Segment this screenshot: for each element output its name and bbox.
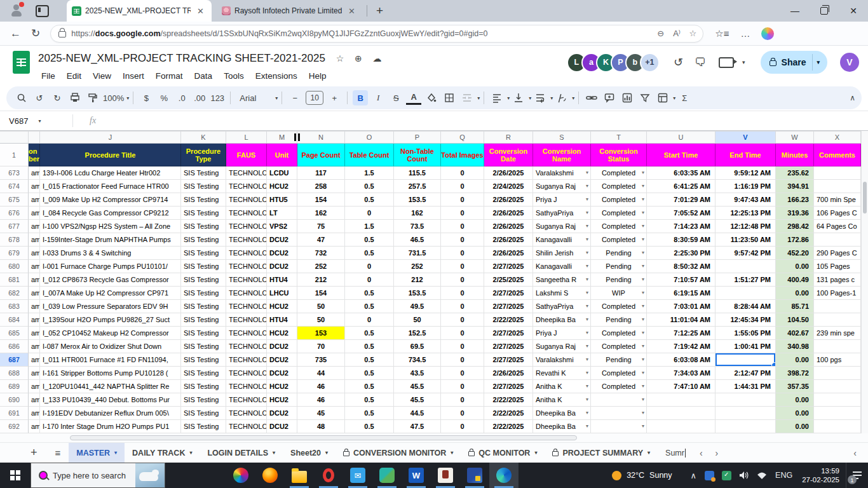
- vertical-scrollbar[interactable]: [861, 131, 868, 433]
- cell-unit[interactable]: LCDU: [267, 166, 297, 180]
- menu-view[interactable]: View: [88, 70, 116, 82]
- cell-non_table_count[interactable]: 69.5: [394, 340, 441, 353]
- cell-page_count[interactable]: 75: [297, 220, 345, 233]
- decrease-decimals-icon[interactable]: .0: [174, 90, 189, 105]
- cell-conversion_date[interactable]: 2/26/2025: [484, 367, 533, 380]
- cell-type[interactable]: SIS Testing: [181, 207, 226, 220]
- cell-type[interactable]: SIS Testing: [181, 287, 226, 300]
- menu-file[interactable]: File: [37, 70, 60, 82]
- percent-format-icon[interactable]: %: [156, 90, 172, 105]
- cell-type[interactable]: SIS Testing: [181, 380, 226, 393]
- taskbar-pinned-app-icon[interactable]: [460, 463, 489, 488]
- cell-unit[interactable]: LT: [267, 207, 297, 220]
- chevron-down-icon[interactable]: ▾: [550, 95, 553, 101]
- tabs-next-icon[interactable]: ›: [715, 448, 719, 458]
- dropdown-arrow-icon[interactable]: ▾: [642, 420, 644, 433]
- create-filter-icon[interactable]: [637, 90, 653, 105]
- cell-page_count[interactable]: 50: [297, 300, 345, 313]
- cell-page_count[interactable]: 154: [297, 287, 345, 300]
- favorites-bar-icon[interactable]: ☆≡: [715, 28, 729, 39]
- cell-title[interactable]: I-170 Inter Stage Drum H2O Pumps PU1: [40, 420, 181, 433]
- cell-end_time[interactable]: 9:57:42 PM: [715, 247, 776, 260]
- cell-stub[interactable]: am: [29, 327, 40, 340]
- cell-start_time[interactable]: 6:03:08 AM: [647, 353, 715, 367]
- cell-conversion_status[interactable]: ▾: [591, 420, 647, 433]
- cell-stub[interactable]: am: [29, 353, 40, 367]
- cell-total_images[interactable]: 0: [441, 220, 484, 233]
- row-number[interactable]: 689: [0, 380, 29, 393]
- cell-unit[interactable]: DCU2: [267, 353, 297, 367]
- cell-type[interactable]: SIS Testing: [181, 327, 226, 340]
- cell-page_count[interactable]: 47: [297, 233, 345, 247]
- cell-table_count[interactable]: 1.5: [345, 166, 394, 180]
- url-field[interactable]: https://docs.google.com/spreadsheets/d/1…: [50, 25, 703, 43]
- row-number[interactable]: 680: [0, 260, 29, 273]
- cell-conversion_name[interactable]: Suganya Raj▾: [533, 220, 591, 233]
- chevron-down-icon[interactable]: ▾: [126, 95, 129, 101]
- cell-comments[interactable]: 106 Pages C: [814, 207, 861, 220]
- cell-conversion_date[interactable]: 2/27/2025: [484, 300, 533, 313]
- dropdown-arrow-icon[interactable]: ▾: [586, 393, 588, 406]
- taskbar-idcard-app-icon[interactable]: [431, 463, 460, 488]
- dropdown-arrow-icon[interactable]: ▾: [586, 327, 588, 339]
- row-number[interactable]: 1: [0, 144, 29, 166]
- dropdown-arrow-icon[interactable]: ▾: [642, 313, 644, 326]
- cell-conversion_status[interactable]: Pending▾: [591, 247, 647, 260]
- cell-conversion_name[interactable]: Dheepika Ba▾: [533, 407, 591, 420]
- cell-table_count[interactable]: 0: [345, 207, 394, 220]
- cell-page_count[interactable]: 46: [297, 393, 345, 407]
- taskbar-maps-icon[interactable]: [372, 463, 402, 488]
- dropdown-arrow-icon[interactable]: ▾: [642, 247, 644, 259]
- row-number[interactable]: 673: [0, 166, 29, 180]
- user-avatar[interactable]: V: [840, 53, 859, 72]
- cell-stub[interactable]: am: [29, 393, 40, 407]
- cell-stub[interactable]: am: [29, 407, 40, 420]
- cell-unit[interactable]: HCU2: [267, 180, 297, 193]
- cell-comments[interactable]: [814, 313, 861, 327]
- cell-unit[interactable]: DCU2: [267, 367, 297, 380]
- cell-conversion_date[interactable]: 2/27/2025: [484, 353, 533, 367]
- cell-page_count[interactable]: 48: [297, 420, 345, 433]
- clock[interactable]: 13:59 27-02-2025: [802, 466, 839, 484]
- zoom-out-icon[interactable]: ⊖: [657, 29, 664, 38]
- cell-comments[interactable]: 290 Pages C: [814, 247, 861, 260]
- dropdown-arrow-icon[interactable]: ▾: [642, 353, 644, 366]
- start-button[interactable]: [0, 463, 31, 488]
- cell-conversion_status[interactable]: Completed▾: [591, 207, 647, 220]
- cell-non_table_count[interactable]: 252: [394, 260, 441, 273]
- cell-stub[interactable]: am: [29, 367, 40, 380]
- cell-type[interactable]: SIS Testing: [181, 260, 226, 273]
- dropdown-arrow-icon[interactable]: ▾: [642, 220, 644, 233]
- cell-total_images[interactable]: 0: [441, 166, 484, 180]
- functions-icon[interactable]: Σ: [677, 90, 692, 105]
- taskbar-mail-icon[interactable]: ✉: [343, 463, 372, 488]
- cell-total_images[interactable]: 0: [441, 367, 484, 380]
- cell-conversion_name[interactable]: Lakshmi S▾: [533, 287, 591, 300]
- add-sheet-icon[interactable]: +: [31, 446, 37, 459]
- sheet-tab-project-summary[interactable]: PROJECT SUMMARY▾: [545, 443, 658, 463]
- cell-non_table_count[interactable]: 44.5: [394, 407, 441, 420]
- sheet-tab-login-details[interactable]: LOGIN DETAILS▾: [200, 443, 283, 463]
- cell-start_time[interactable]: 7:05:52 AM: [647, 207, 715, 220]
- chevron-down-icon[interactable]: ▾: [673, 95, 675, 101]
- dropdown-arrow-icon[interactable]: ▾: [642, 193, 644, 206]
- tabs-prev-icon[interactable]: ‹: [700, 448, 703, 458]
- cell-page_count[interactable]: 732: [297, 247, 345, 260]
- text-color-icon[interactable]: A: [406, 92, 421, 105]
- row-number[interactable]: 690: [0, 393, 29, 407]
- column-header-U[interactable]: U: [647, 131, 715, 144]
- chevron-down-icon[interactable]: ▾: [451, 450, 453, 456]
- cell-non_table_count[interactable]: 731.5: [394, 247, 441, 260]
- dropdown-arrow-icon[interactable]: ▾: [586, 300, 588, 313]
- new-tab-button[interactable]: +: [376, 4, 383, 18]
- cell-unit[interactable]: DCU2: [267, 420, 297, 433]
- cell-conversion_name[interactable]: Suganya Raj▾: [533, 180, 591, 193]
- cell-total_images[interactable]: 0: [441, 407, 484, 420]
- cell-table_count[interactable]: 0.5: [345, 340, 394, 353]
- close-button[interactable]: ✕: [839, 0, 868, 22]
- cell-title[interactable]: I-191EDV Debutanizer Reflux Drum 005\: [40, 407, 181, 420]
- taskbar-office-icon[interactable]: [226, 463, 255, 488]
- history-icon[interactable]: ↺: [674, 55, 683, 69]
- undo-icon[interactable]: ↺: [32, 90, 47, 105]
- cell-conversion_name[interactable]: Kanagavalli▾: [533, 233, 591, 247]
